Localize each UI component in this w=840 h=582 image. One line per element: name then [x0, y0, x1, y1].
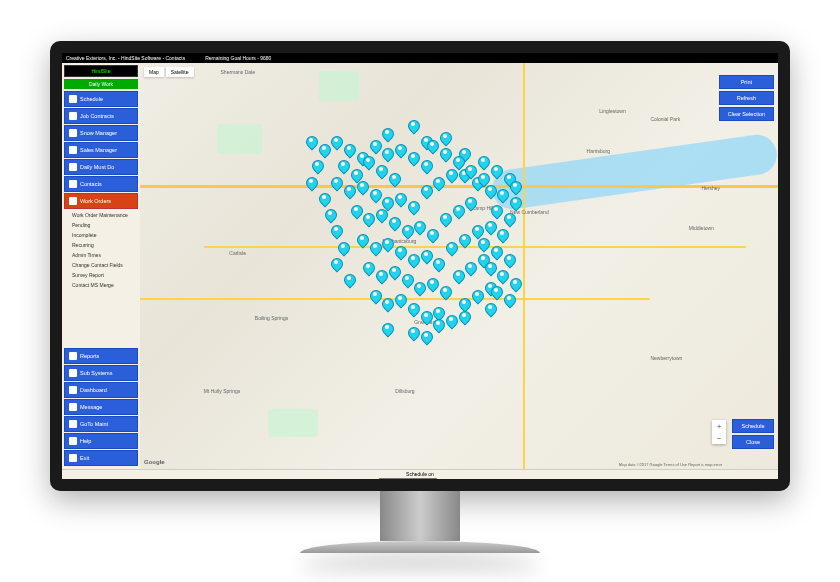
sub-item-incomplete[interactable]: Incomplete — [64, 230, 138, 240]
sub-item-change-contact-fields[interactable]: Change Contact Fields — [64, 260, 138, 270]
map-pin[interactable] — [465, 165, 475, 179]
map-pin[interactable] — [459, 234, 469, 248]
map-pin[interactable] — [319, 144, 329, 158]
map-pin[interactable] — [370, 189, 380, 203]
map-pin[interactable] — [408, 254, 418, 268]
map-pin[interactable] — [408, 120, 418, 134]
map-pin[interactable] — [510, 197, 520, 211]
sub-item-recurring[interactable]: Recurring — [64, 240, 138, 250]
map-pin[interactable] — [382, 128, 392, 142]
map-pin[interactable] — [389, 266, 399, 280]
map-pin[interactable] — [421, 311, 431, 325]
map-pin[interactable] — [306, 136, 316, 150]
map-pin[interactable] — [491, 246, 501, 260]
nav-exit[interactable]: Exit — [64, 450, 138, 466]
nav-snow-manager[interactable]: Snow Manager — [64, 125, 138, 141]
map-pin[interactable] — [446, 315, 456, 329]
sub-item-work-order-maintenance[interactable]: Work Order Maintenance — [64, 210, 138, 220]
map-pin[interactable] — [382, 148, 392, 162]
map-pin[interactable] — [504, 254, 514, 268]
map-pin[interactable] — [497, 189, 507, 203]
map-pin[interactable] — [338, 160, 348, 174]
map-pin[interactable] — [357, 181, 367, 195]
map-pin[interactable] — [478, 238, 488, 252]
map-pin[interactable] — [331, 136, 341, 150]
map-pin[interactable] — [421, 250, 431, 264]
nav-work-orders[interactable]: Work Orders — [64, 193, 138, 209]
map-pin[interactable] — [465, 262, 475, 276]
map-pin[interactable] — [306, 177, 316, 191]
map-pin[interactable] — [446, 169, 456, 183]
nav-dashboard[interactable]: Dashboard — [64, 382, 138, 398]
map-pin[interactable] — [446, 242, 456, 256]
sub-item-pending[interactable]: Pending — [64, 220, 138, 230]
map-pin[interactable] — [433, 258, 443, 272]
map-pin[interactable] — [344, 144, 354, 158]
nav-goto-maint[interactable]: GoTo Maint — [64, 416, 138, 432]
map-pin[interactable] — [376, 165, 386, 179]
map-pin[interactable] — [485, 185, 495, 199]
refresh-button[interactable]: Refresh — [719, 91, 774, 105]
map-pin[interactable] — [402, 225, 412, 239]
map-pin[interactable] — [453, 205, 463, 219]
nav-help[interactable]: Help — [64, 433, 138, 449]
map-pin[interactable] — [325, 209, 335, 223]
map-pin[interactable] — [344, 274, 354, 288]
map-pin[interactable] — [510, 278, 520, 292]
map-pin[interactable] — [453, 156, 463, 170]
sub-item-contact-ms-merge[interactable]: Contact MS Merge — [64, 280, 138, 290]
map-pin[interactable] — [421, 331, 431, 345]
map-pin[interactable] — [491, 165, 501, 179]
map-pin[interactable] — [389, 173, 399, 187]
map-pin[interactable] — [382, 298, 392, 312]
map-pin[interactable] — [408, 201, 418, 215]
map-pin[interactable] — [357, 234, 367, 248]
map-pin[interactable] — [331, 258, 341, 272]
map-pin[interactable] — [370, 140, 380, 154]
nav-reports[interactable]: Reports — [64, 348, 138, 364]
map-pin[interactable] — [485, 262, 495, 276]
map-pin[interactable] — [453, 270, 463, 284]
map-pin[interactable] — [465, 197, 475, 211]
map-pin[interactable] — [395, 246, 405, 260]
nav-contacts[interactable]: Contacts — [64, 176, 138, 192]
map-pin[interactable] — [338, 242, 348, 256]
map-pin[interactable] — [440, 148, 450, 162]
zoom-out-button[interactable]: − — [712, 432, 726, 444]
map-pin[interactable] — [433, 177, 443, 191]
map-pin[interactable] — [433, 319, 443, 333]
zoom-in-button[interactable]: + — [712, 420, 726, 432]
map-pin[interactable] — [363, 213, 373, 227]
map-pin[interactable] — [440, 286, 450, 300]
map-pin[interactable] — [459, 311, 469, 325]
map-pin[interactable] — [504, 213, 514, 227]
map-pin[interactable] — [421, 185, 431, 199]
nav-message[interactable]: Message — [64, 399, 138, 415]
map-pin[interactable] — [363, 262, 373, 276]
map-pin[interactable] — [395, 294, 405, 308]
map-pin[interactable] — [382, 238, 392, 252]
nav-daily-must-do[interactable]: Daily Must Do — [64, 159, 138, 175]
map-pin[interactable] — [497, 270, 507, 284]
map-pin[interactable] — [319, 193, 329, 207]
map-pin[interactable] — [414, 282, 424, 296]
map-pin[interactable] — [389, 217, 399, 231]
map-pin[interactable] — [408, 303, 418, 317]
map-pin[interactable] — [427, 140, 437, 154]
map-pin[interactable] — [510, 181, 520, 195]
close-button[interactable]: Close — [732, 435, 774, 449]
map-pin[interactable] — [497, 229, 507, 243]
map-pin[interactable] — [351, 205, 361, 219]
map-pin[interactable] — [472, 290, 482, 304]
map-tab-map[interactable]: Map — [144, 67, 164, 77]
map-pin[interactable] — [395, 144, 405, 158]
nav-sales-manager[interactable]: Sales Manager — [64, 142, 138, 158]
map-pin[interactable] — [395, 193, 405, 207]
map-pin[interactable] — [331, 225, 341, 239]
nav-schedule[interactable]: Schedule — [64, 91, 138, 107]
map-pin[interactable] — [414, 221, 424, 235]
sub-item-survey-report[interactable]: Survey Report — [64, 270, 138, 280]
sub-item-admin-times[interactable]: Admin Times — [64, 250, 138, 260]
map-pin[interactable] — [427, 229, 437, 243]
map-pin[interactable] — [440, 132, 450, 146]
